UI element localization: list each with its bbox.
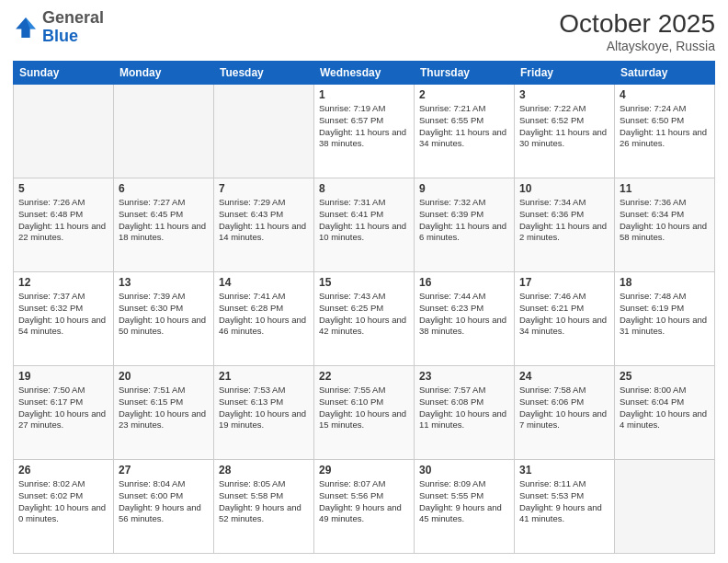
calendar-header-row: SundayMondayTuesdayWednesdayThursdayFrid…: [14, 62, 715, 85]
cell-5-3: 28Sunrise: 8:05 AM Sunset: 5:58 PM Dayli…: [214, 460, 314, 554]
cell-info: Sunrise: 7:34 AM Sunset: 6:36 PM Dayligh…: [519, 197, 609, 244]
logo-text: General Blue: [42, 9, 104, 46]
cell-1-7: 4Sunrise: 7:24 AM Sunset: 6:50 PM Daylig…: [615, 85, 715, 178]
cell-info: Sunrise: 7:19 AM Sunset: 6:57 PM Dayligh…: [319, 103, 409, 150]
cell-4-1: 19Sunrise: 7:50 AM Sunset: 6:17 PM Dayli…: [14, 366, 114, 460]
week-row-4: 19Sunrise: 7:50 AM Sunset: 6:17 PM Dayli…: [14, 366, 715, 460]
cell-2-2: 6Sunrise: 7:27 AM Sunset: 6:45 PM Daylig…: [114, 178, 214, 272]
cell-info: Sunrise: 7:21 AM Sunset: 6:55 PM Dayligh…: [419, 103, 509, 150]
cell-1-4: 1Sunrise: 7:19 AM Sunset: 6:57 PM Daylig…: [314, 85, 415, 178]
day-number: 7: [219, 182, 309, 195]
cell-4-5: 23Sunrise: 7:57 AM Sunset: 6:08 PM Dayli…: [415, 366, 515, 460]
day-number: 8: [319, 182, 409, 195]
cell-3-2: 13Sunrise: 7:39 AM Sunset: 6:30 PM Dayli…: [114, 272, 214, 366]
cell-info: Sunrise: 7:37 AM Sunset: 6:32 PM Dayligh…: [18, 291, 108, 338]
cell-3-4: 15Sunrise: 7:43 AM Sunset: 6:25 PM Dayli…: [314, 272, 415, 366]
cell-info: Sunrise: 7:44 AM Sunset: 6:23 PM Dayligh…: [419, 291, 509, 338]
cell-3-3: 14Sunrise: 7:41 AM Sunset: 6:28 PM Dayli…: [214, 272, 314, 366]
day-number: 17: [519, 276, 609, 289]
cell-5-2: 27Sunrise: 8:04 AM Sunset: 6:00 PM Dayli…: [114, 460, 214, 554]
week-row-5: 26Sunrise: 8:02 AM Sunset: 6:02 PM Dayli…: [14, 460, 715, 554]
header-tuesday: Tuesday: [214, 62, 314, 85]
cell-info: Sunrise: 7:46 AM Sunset: 6:21 PM Dayligh…: [519, 291, 609, 338]
calendar-table: SundayMondayTuesdayWednesdayThursdayFrid…: [13, 61, 715, 554]
cell-4-4: 22Sunrise: 7:55 AM Sunset: 6:10 PM Dayli…: [314, 366, 415, 460]
week-row-3: 12Sunrise: 7:37 AM Sunset: 6:32 PM Dayli…: [14, 272, 715, 366]
cell-2-1: 5Sunrise: 7:26 AM Sunset: 6:48 PM Daylig…: [14, 178, 114, 272]
cell-2-4: 8Sunrise: 7:31 AM Sunset: 6:41 PM Daylig…: [314, 178, 415, 272]
cell-info: Sunrise: 7:53 AM Sunset: 6:13 PM Dayligh…: [219, 385, 309, 431]
cell-4-6: 24Sunrise: 7:58 AM Sunset: 6:06 PM Dayli…: [515, 366, 615, 460]
day-number: 14: [219, 276, 309, 289]
cell-1-1: [14, 85, 114, 178]
cell-4-7: 25Sunrise: 8:00 AM Sunset: 6:04 PM Dayli…: [615, 366, 715, 460]
title-block: October 2025 Altayskoye, Russia: [559, 9, 715, 53]
week-row-1: 1Sunrise: 7:19 AM Sunset: 6:57 PM Daylig…: [14, 85, 715, 178]
cell-info: Sunrise: 7:27 AM Sunset: 6:45 PM Dayligh…: [119, 197, 209, 244]
logo: General Blue: [13, 9, 104, 46]
header-monday: Monday: [114, 62, 214, 85]
cell-info: Sunrise: 8:11 AM Sunset: 5:53 PM Dayligh…: [519, 478, 609, 525]
day-number: 15: [319, 276, 409, 289]
day-number: 12: [18, 276, 108, 289]
cell-info: Sunrise: 8:09 AM Sunset: 5:55 PM Dayligh…: [419, 478, 509, 525]
day-number: 1: [319, 88, 409, 101]
cell-info: Sunrise: 7:51 AM Sunset: 6:15 PM Dayligh…: [119, 385, 209, 431]
cell-3-6: 17Sunrise: 7:46 AM Sunset: 6:21 PM Dayli…: [515, 272, 615, 366]
day-number: 22: [319, 370, 409, 383]
header-wednesday: Wednesday: [314, 62, 415, 85]
cell-5-5: 30Sunrise: 8:09 AM Sunset: 5:55 PM Dayli…: [415, 460, 515, 554]
cell-1-5: 2Sunrise: 7:21 AM Sunset: 6:55 PM Daylig…: [415, 85, 515, 178]
day-number: 2: [419, 88, 509, 101]
cell-info: Sunrise: 8:00 AM Sunset: 6:04 PM Dayligh…: [620, 385, 710, 431]
cell-info: Sunrise: 7:32 AM Sunset: 6:39 PM Dayligh…: [419, 197, 509, 244]
day-number: 29: [319, 464, 409, 477]
cell-info: Sunrise: 7:55 AM Sunset: 6:10 PM Dayligh…: [319, 385, 409, 431]
day-number: 18: [620, 276, 710, 289]
cell-3-5: 16Sunrise: 7:44 AM Sunset: 6:23 PM Dayli…: [415, 272, 515, 366]
cell-5-1: 26Sunrise: 8:02 AM Sunset: 6:02 PM Dayli…: [14, 460, 114, 554]
cell-info: Sunrise: 7:58 AM Sunset: 6:06 PM Dayligh…: [519, 385, 609, 431]
cell-info: Sunrise: 8:07 AM Sunset: 5:56 PM Dayligh…: [319, 478, 409, 525]
cell-info: Sunrise: 8:02 AM Sunset: 6:02 PM Dayligh…: [18, 478, 108, 525]
day-number: 31: [519, 464, 609, 477]
logo-blue: Blue: [42, 27, 78, 45]
header-saturday: Saturday: [615, 62, 715, 85]
header-thursday: Thursday: [415, 62, 515, 85]
day-number: 24: [519, 370, 609, 383]
cell-info: Sunrise: 7:50 AM Sunset: 6:17 PM Dayligh…: [18, 385, 108, 431]
cell-2-3: 7Sunrise: 7:29 AM Sunset: 6:43 PM Daylig…: [214, 178, 314, 272]
page: General Blue October 2025 Altayskoye, Ru…: [0, 0, 728, 563]
month-title: October 2025: [559, 9, 715, 39]
day-number: 6: [119, 182, 209, 195]
cell-info: Sunrise: 7:43 AM Sunset: 6:25 PM Dayligh…: [319, 291, 409, 338]
day-number: 4: [620, 88, 710, 101]
cell-info: Sunrise: 7:57 AM Sunset: 6:08 PM Dayligh…: [419, 385, 509, 431]
cell-info: Sunrise: 7:41 AM Sunset: 6:28 PM Dayligh…: [219, 291, 309, 338]
day-number: 16: [419, 276, 509, 289]
day-number: 13: [119, 276, 209, 289]
day-number: 5: [18, 182, 108, 195]
header-sunday: Sunday: [14, 62, 114, 85]
cell-5-7: [615, 460, 715, 554]
day-number: 26: [18, 464, 108, 477]
day-number: 27: [119, 464, 209, 477]
day-number: 30: [419, 464, 509, 477]
logo-general: General: [42, 8, 104, 27]
header: General Blue October 2025 Altayskoye, Ru…: [13, 9, 715, 53]
day-number: 3: [519, 88, 609, 101]
cell-5-6: 31Sunrise: 8:11 AM Sunset: 5:53 PM Dayli…: [515, 460, 615, 554]
cell-2-6: 10Sunrise: 7:34 AM Sunset: 6:36 PM Dayli…: [515, 178, 615, 272]
cell-info: Sunrise: 7:31 AM Sunset: 6:41 PM Dayligh…: [319, 197, 409, 244]
day-number: 19: [18, 370, 108, 383]
cell-info: Sunrise: 7:36 AM Sunset: 6:34 PM Dayligh…: [620, 197, 710, 244]
cell-info: Sunrise: 8:04 AM Sunset: 6:00 PM Dayligh…: [119, 478, 209, 525]
cell-info: Sunrise: 7:39 AM Sunset: 6:30 PM Dayligh…: [119, 291, 209, 338]
day-number: 10: [519, 182, 609, 195]
day-number: 20: [119, 370, 209, 383]
cell-info: Sunrise: 7:22 AM Sunset: 6:52 PM Dayligh…: [519, 103, 609, 150]
cell-info: Sunrise: 7:29 AM Sunset: 6:43 PM Dayligh…: [219, 197, 309, 244]
cell-2-7: 11Sunrise: 7:36 AM Sunset: 6:34 PM Dayli…: [615, 178, 715, 272]
day-number: 25: [620, 370, 710, 383]
cell-3-7: 18Sunrise: 7:48 AM Sunset: 6:19 PM Dayli…: [615, 272, 715, 366]
